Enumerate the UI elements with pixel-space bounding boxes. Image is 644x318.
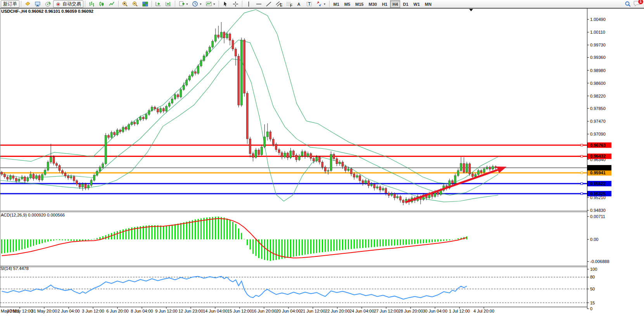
data-window-button[interactable] [33, 0, 43, 8]
text-icon: A [296, 1, 302, 7]
candle-body [399, 196, 401, 200]
bars-chart-icon [88, 1, 95, 7]
candle-body [238, 56, 240, 105]
chat-button[interactable]: 1 [634, 0, 641, 8]
candle-body [477, 170, 479, 174]
arrows-button[interactable]: ▼ [314, 0, 328, 8]
candle-body [287, 153, 289, 158]
line-chart-button[interactable] [107, 0, 117, 8]
candle-body [345, 167, 347, 170]
candle-body [258, 150, 260, 155]
candles-chart-button[interactable] [97, 0, 107, 8]
rsi-tick-label: 0 [590, 306, 592, 311]
candle-body [203, 56, 205, 60]
macd-tick-label: -0.006888 [590, 259, 609, 264]
trendline-button[interactable] [264, 0, 274, 8]
candle-body [82, 184, 84, 187]
timeframe-m15[interactable]: M15 [353, 0, 366, 8]
candle-body [492, 167, 494, 169]
text-button[interactable]: A [294, 0, 304, 8]
date-label: 21 Jun 12:00 [300, 309, 325, 313]
timeframe-mn[interactable]: MN [423, 0, 434, 8]
timeframe-m5[interactable]: M5 [342, 0, 352, 8]
candle-body [339, 162, 341, 163]
zoom-in-button[interactable] [120, 0, 130, 8]
horizontal-line-button[interactable] [254, 0, 264, 8]
new-order-label: 新订单 [3, 1, 17, 7]
price-tick-label: 0.98220 [590, 94, 606, 98]
equidistant-channel-button[interactable]: E [274, 0, 284, 8]
line-anchor-handle[interactable] [581, 144, 583, 146]
candle-body [76, 180, 78, 184]
candle-body [255, 150, 257, 157]
cursor-icon [222, 1, 229, 7]
candle-body [489, 167, 491, 169]
autoscroll-button[interactable] [154, 0, 163, 8]
price-badge-label: 0.96432 [590, 154, 606, 158]
line-anchor-handle[interactable] [581, 155, 583, 157]
market-watch-button[interactable] [23, 0, 33, 8]
text-label-button[interactable]: T [304, 0, 314, 8]
candle-body [128, 125, 130, 129]
candle-body [145, 115, 147, 119]
period-button[interactable]: ▼ [190, 0, 204, 8]
new-chart-button[interactable]: ▼ [177, 0, 190, 8]
line-anchor-handle[interactable] [581, 183, 583, 185]
candle-body [79, 184, 81, 187]
timeframe-d1[interactable]: D1 [401, 0, 411, 8]
candle-body [157, 109, 159, 112]
price-chart[interactable]: 1.004901.001100.997300.993600.989800.986… [0, 0, 644, 318]
candle-body [333, 154, 335, 158]
candle-body [336, 159, 338, 164]
timeframe-m1[interactable]: M1 [331, 0, 342, 8]
candle-body [356, 175, 358, 177]
templates-button[interactable]: ▼ [204, 0, 217, 8]
candle-body [61, 170, 63, 173]
signals-button[interactable] [43, 0, 53, 8]
cursor-button[interactable] [221, 0, 230, 8]
price-badge-label: 0.96092 [590, 165, 606, 170]
candle-body [365, 180, 367, 183]
vertical-line-button[interactable] [244, 0, 254, 8]
new-order-button[interactable]: 新订单 [1, 0, 19, 8]
timeframe-h4[interactable]: H4 [390, 0, 400, 8]
candle-body [24, 177, 26, 181]
price-badge-label: 0.95325 [590, 191, 606, 196]
autotrading-button[interactable]: 自动交易 [53, 0, 83, 8]
price-badge-label: 0.96763 [590, 143, 606, 148]
candle-body [47, 162, 49, 170]
date-label: 30 May 12:00 [7, 309, 33, 313]
zoom-out-icon [132, 1, 138, 7]
candle-body [151, 107, 153, 110]
candle-body [154, 107, 156, 108]
date-label: 30 Jun 04:00 [423, 309, 447, 313]
bars-chart-button[interactable] [87, 0, 97, 8]
zoom-out-button[interactable] [130, 0, 140, 8]
search-icon[interactable] [625, 1, 631, 7]
line-anchor-handle[interactable] [581, 193, 583, 194]
candle-body [142, 117, 144, 119]
candle-body [284, 153, 286, 157]
candle-body [362, 180, 364, 183]
fibonacci-button[interactable]: F [284, 0, 294, 8]
zoom-in-icon [122, 1, 128, 7]
candle-body [96, 171, 98, 175]
timeframe-w1[interactable]: W1 [411, 0, 422, 8]
template-icon [205, 1, 212, 7]
candle-body [264, 137, 266, 147]
timeframe-m30[interactable]: M30 [366, 0, 379, 8]
price-tick-label: 0.98980 [590, 68, 606, 73]
candle-body [44, 170, 46, 174]
date-label: 31 May 20:00 [31, 309, 57, 313]
candle-body [316, 157, 318, 161]
candle-body [319, 157, 321, 162]
main-toolbar: 新订单 自动交易 [0, 0, 644, 8]
candle-body [166, 107, 167, 111]
candle-body [327, 170, 329, 171]
line-anchor-handle[interactable] [581, 172, 583, 174]
crosshair-button[interactable] [231, 0, 240, 8]
candle-body [402, 200, 404, 203]
tile-windows-button[interactable] [140, 0, 150, 8]
timeframe-h1[interactable]: H1 [380, 0, 390, 8]
chart-shift-button[interactable] [164, 0, 173, 8]
